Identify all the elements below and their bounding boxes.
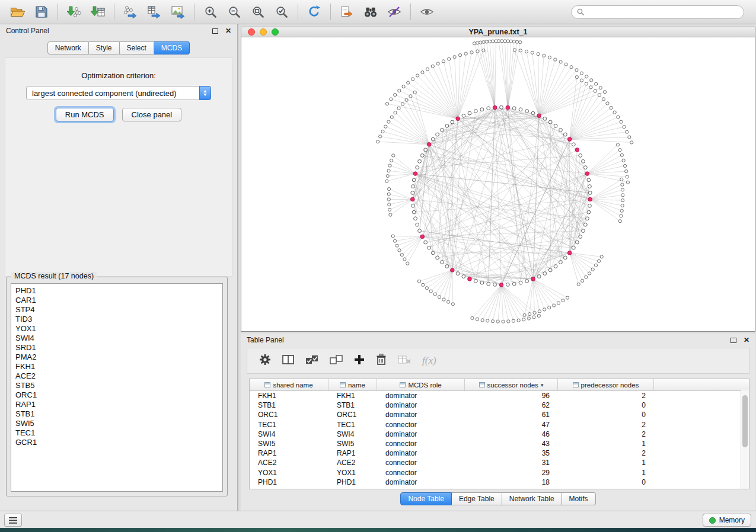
mcds-result-item[interactable]: TEC1 xyxy=(15,428,218,438)
mcds-result-item[interactable]: SRD1 xyxy=(15,343,218,352)
export-image-button[interactable] xyxy=(166,2,190,22)
table-cell[interactable]: 29 xyxy=(465,469,558,477)
table-cell[interactable]: dominator xyxy=(377,430,465,438)
column-header-name[interactable]: name xyxy=(328,379,377,390)
mcds-result-item[interactable]: ACE2 xyxy=(15,371,218,381)
dropdown-stepper-icon[interactable] xyxy=(199,86,211,100)
table-cell[interactable]: TEC1 xyxy=(328,421,377,429)
select-all-button[interactable] xyxy=(305,354,318,367)
scrollbar-thumb[interactable] xyxy=(742,395,748,447)
table-row[interactable]: ACE2ACE2connector311 xyxy=(250,458,749,467)
import-table-button[interactable] xyxy=(86,2,110,22)
table-row[interactable]: SWI4SWI4dominator462 xyxy=(250,430,749,439)
table-scrollbar[interactable] xyxy=(741,390,749,489)
apply-layout-button[interactable] xyxy=(302,2,326,22)
column-menu-caret-icon[interactable]: ▾ xyxy=(541,382,544,388)
table-cell[interactable]: dominator xyxy=(377,401,465,409)
table-cell[interactable]: 96 xyxy=(465,392,558,400)
delete-column-button[interactable] xyxy=(376,354,387,368)
table-cell[interactable]: 31 xyxy=(465,459,558,467)
mcds-result-item[interactable]: ORC1 xyxy=(15,390,218,400)
mcds-result-item[interactable]: YOX1 xyxy=(15,324,218,334)
column-header-shared-name[interactable]: shared name xyxy=(250,379,328,390)
table-cell[interactable]: 2 xyxy=(558,421,654,429)
table-cell[interactable]: RAP1 xyxy=(250,449,328,457)
hide-selected-button[interactable] xyxy=(382,2,406,22)
table-row[interactable]: FKH1FKH1dominator962 xyxy=(250,391,749,400)
table-cell[interactable]: 1 xyxy=(558,440,654,448)
export-table-button[interactable] xyxy=(142,2,166,22)
table-cell[interactable]: 61 xyxy=(465,411,558,419)
first-neighbors-button[interactable] xyxy=(335,2,359,22)
zoom-selected-button[interactable] xyxy=(270,2,294,22)
table-cell[interactable]: YOX1 xyxy=(250,469,328,477)
tab-network[interactable]: Network xyxy=(47,41,89,55)
open-session-button[interactable] xyxy=(6,2,30,22)
table-cell[interactable]: 18 xyxy=(465,478,558,486)
mcds-result-item[interactable]: SWI5 xyxy=(15,419,218,428)
network-canvas[interactable] xyxy=(241,37,755,332)
table-cell[interactable]: 0 xyxy=(558,401,654,409)
search-input[interactable] xyxy=(588,7,738,17)
export-network-button[interactable] xyxy=(119,2,142,22)
tab-select[interactable]: Select xyxy=(120,41,154,55)
tab-network-table[interactable]: Network Table xyxy=(502,492,562,505)
tab-style[interactable]: Style xyxy=(89,41,120,55)
table-row[interactable]: TEC1TEC1connector472 xyxy=(250,420,749,430)
zoom-in-button[interactable] xyxy=(199,2,222,22)
table-cell[interactable]: connector xyxy=(377,421,465,429)
table-cell[interactable]: dominator xyxy=(377,449,465,457)
criterion-dropdown[interactable]: largest connected component (undirected) xyxy=(26,86,211,100)
table-cell[interactable]: SWI4 xyxy=(328,430,377,438)
table-row[interactable]: STB1STB1dominator620 xyxy=(250,400,749,410)
table-cell[interactable]: 62 xyxy=(465,401,558,409)
table-cell[interactable]: connector xyxy=(377,469,465,477)
table-cell[interactable]: 0 xyxy=(558,411,654,419)
save-session-button[interactable] xyxy=(30,2,53,22)
show-graphics-details-button[interactable] xyxy=(415,2,439,22)
table-cell[interactable]: PHD1 xyxy=(250,478,328,486)
table-cell[interactable]: ORC1 xyxy=(328,411,377,419)
table-cell[interactable]: dominator xyxy=(377,392,465,400)
table-row[interactable]: ORC1ORC1dominator610 xyxy=(250,410,749,419)
mcds-result-item[interactable]: STB1 xyxy=(15,409,218,419)
status-menu-button[interactable] xyxy=(4,514,22,527)
float-window-icon[interactable] xyxy=(731,338,736,343)
table-row[interactable]: SWI5SWI5connector431 xyxy=(250,439,749,448)
table-cell[interactable]: ORC1 xyxy=(250,411,328,419)
add-column-button[interactable] xyxy=(354,354,365,367)
search-network-button[interactable] xyxy=(359,2,382,22)
mcds-result-item[interactable]: PMA2 xyxy=(15,352,218,362)
mcds-result-item[interactable]: GCR1 xyxy=(15,438,218,447)
table-cell[interactable]: FKH1 xyxy=(250,392,328,400)
table-row[interactable]: YOX1YOX1connector291 xyxy=(250,468,749,477)
tab-edge-table[interactable]: Edge Table xyxy=(452,492,502,505)
table-cell[interactable]: 1 xyxy=(558,459,654,467)
table-cell[interactable]: SWI4 xyxy=(250,430,328,438)
mcds-result-item[interactable]: CAR1 xyxy=(15,296,218,305)
table-cell[interactable]: 2 xyxy=(558,449,654,457)
float-window-icon[interactable] xyxy=(212,28,218,34)
mcds-result-list[interactable]: PHD1CAR1STP4TID3YOX1SWI4SRD1PMA2FKH1ACE2… xyxy=(11,283,223,492)
table-cell[interactable]: FKH1 xyxy=(328,392,377,400)
import-network-button[interactable] xyxy=(62,2,86,22)
column-header-predecessor-nodes[interactable]: predecessor nodes xyxy=(558,379,654,390)
table-cell[interactable]: SWI5 xyxy=(250,440,328,448)
table-cell[interactable]: dominator xyxy=(377,478,465,486)
table-cell[interactable]: SWI5 xyxy=(328,440,377,448)
zoom-out-button[interactable] xyxy=(222,2,246,22)
column-header-mcds-role[interactable]: MCDS role xyxy=(377,379,465,390)
close-panel-button[interactable]: Close panel xyxy=(122,108,182,121)
table-cell[interactable]: 1 xyxy=(558,469,654,477)
network-window-titlebar[interactable]: YPA_prune.txt_1 xyxy=(241,27,755,37)
deselect-all-button[interactable] xyxy=(330,354,343,367)
search-box[interactable] xyxy=(571,5,744,19)
table-cell[interactable]: dominator xyxy=(377,411,465,419)
table-cell[interactable]: RAP1 xyxy=(328,449,377,457)
table-cell[interactable]: YOX1 xyxy=(328,469,377,477)
tab-mcds[interactable]: MCDS xyxy=(154,41,190,55)
table-cell[interactable]: STB1 xyxy=(250,401,328,409)
table-cell[interactable]: 46 xyxy=(465,430,558,438)
graph-nodes[interactable] xyxy=(377,40,633,323)
tab-node-table[interactable]: Node Table xyxy=(400,492,452,505)
